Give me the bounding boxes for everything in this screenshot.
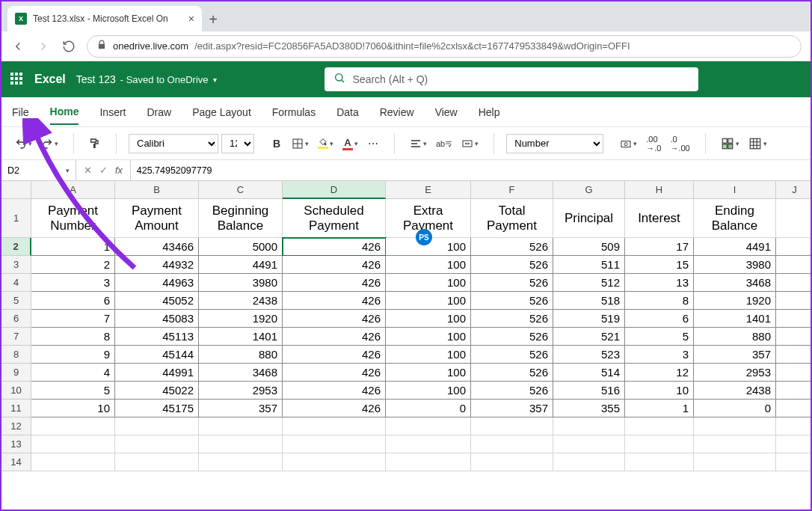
cell[interactable]: 8	[625, 292, 694, 310]
cell[interactable]: 100	[386, 274, 471, 292]
formula-input[interactable]	[131, 165, 811, 176]
cell[interactable]	[471, 453, 553, 471]
cell[interactable]: 526	[471, 292, 553, 310]
cell[interactable]: 526	[471, 382, 553, 400]
cell[interactable]	[776, 417, 811, 435]
cell[interactable]: 426	[283, 364, 386, 382]
cell[interactable]: 10	[31, 400, 115, 417]
cell[interactable]: 518	[553, 292, 625, 310]
col-header-G[interactable]: G	[553, 181, 625, 199]
cell[interactable]	[776, 453, 811, 471]
cell[interactable]	[553, 435, 625, 453]
cell[interactable]: 44932	[115, 256, 199, 274]
merge-button[interactable]: ▾	[458, 133, 482, 154]
cell[interactable]: 526	[471, 310, 553, 328]
cell[interactable]: 45022	[115, 382, 199, 400]
undo-button[interactable]: ▾	[12, 133, 35, 154]
cell[interactable]: 357	[199, 400, 283, 417]
row-header-1[interactable]: 1	[1, 199, 31, 238]
cell[interactable]: 509	[553, 238, 625, 256]
row-header-8[interactable]: 8	[1, 346, 31, 364]
cell[interactable]	[386, 435, 471, 453]
cell[interactable]: 1401	[199, 328, 283, 346]
col-header-A[interactable]: A	[31, 181, 115, 199]
row-header-4[interactable]: 4	[1, 274, 31, 292]
bold-button[interactable]: B	[268, 133, 286, 154]
cell[interactable]: 880	[694, 328, 776, 346]
row-header-14[interactable]: 14	[1, 453, 31, 471]
more-font-icon[interactable]: ⋯	[364, 133, 382, 154]
cell[interactable]: 3468	[199, 364, 283, 382]
conditional-format-button[interactable]: ▾	[718, 133, 742, 154]
cell[interactable]: 100	[386, 310, 471, 328]
cell[interactable]	[115, 417, 199, 435]
name-box[interactable]: ▾	[1, 160, 76, 180]
cell[interactable]: 5000	[199, 238, 283, 256]
app-launcher-icon[interactable]	[10, 73, 24, 86]
cell[interactable]: 0	[694, 400, 776, 417]
cell[interactable]	[776, 274, 811, 292]
cell[interactable]: 43466	[115, 238, 199, 256]
col-header-H[interactable]: H	[625, 181, 694, 199]
col-header-F[interactable]: F	[471, 181, 553, 199]
cell[interactable]	[694, 453, 776, 471]
chevron-down-icon[interactable]: ▾	[66, 167, 70, 174]
cell[interactable]: 516	[553, 382, 625, 400]
cell[interactable]: 526	[471, 346, 553, 364]
cell[interactable]	[776, 364, 811, 382]
align-left-button[interactable]: ▾	[407, 133, 430, 154]
reload-icon[interactable]	[61, 39, 76, 54]
font-size-select[interactable]: 12	[221, 134, 254, 153]
cell[interactable]: 526	[471, 274, 553, 292]
cell[interactable]: 2953	[694, 364, 776, 382]
header-cell[interactable]	[776, 199, 811, 238]
cell[interactable]	[471, 435, 553, 453]
cell[interactable]: 526	[471, 256, 553, 274]
cell[interactable]	[776, 346, 811, 364]
fill-color-button[interactable]: ▾	[315, 133, 336, 154]
cell[interactable]: 45113	[115, 328, 199, 346]
cell[interactable]: 426	[283, 310, 386, 328]
cell[interactable]: 526	[471, 238, 553, 256]
tab-insert[interactable]: Insert	[99, 100, 126, 124]
currency-button[interactable]: ▾	[617, 133, 640, 154]
accept-formula-icon[interactable]: ✓	[99, 165, 108, 176]
cell[interactable]: 3980	[199, 274, 283, 292]
cell[interactable]: 2438	[694, 382, 776, 400]
header-cell[interactable]: EndingBalance	[694, 199, 776, 238]
cell[interactable]: 45083	[115, 310, 199, 328]
col-header-J[interactable]: J	[776, 181, 811, 199]
tab-formulas[interactable]: Formulas	[272, 100, 316, 124]
cell[interactable]: 519	[553, 310, 625, 328]
select-all-corner[interactable]	[1, 181, 31, 199]
cell[interactable]	[625, 453, 694, 471]
cell[interactable]: 5	[625, 328, 694, 346]
cell[interactable]: 1920	[694, 292, 776, 310]
search-box[interactable]	[325, 67, 698, 91]
cell[interactable]	[31, 453, 115, 471]
cell[interactable]	[199, 453, 283, 471]
cell[interactable]	[776, 435, 811, 453]
cell[interactable]: 100	[386, 346, 471, 364]
cell[interactable]	[776, 256, 811, 274]
cell[interactable]	[776, 292, 811, 310]
cell[interactable]: 2953	[199, 382, 283, 400]
cell[interactable]: 526	[471, 328, 553, 346]
row-header-2[interactable]: 2	[1, 238, 31, 256]
row-header-13[interactable]: 13	[1, 435, 31, 453]
cell[interactable]: 512	[553, 274, 625, 292]
cell[interactable]	[471, 417, 553, 435]
row-header-3[interactable]: 3	[1, 256, 31, 274]
cell[interactable]: 426	[283, 238, 386, 256]
row-header-11[interactable]: 11	[1, 400, 31, 417]
decrease-decimal-button[interactable]: .00→.0	[643, 133, 664, 154]
tab-home[interactable]: Home	[50, 100, 79, 125]
cell[interactable]: 3980	[694, 256, 776, 274]
cell[interactable]: 100	[386, 382, 471, 400]
cell[interactable]: 426	[283, 400, 386, 417]
cell[interactable]: 45052	[115, 292, 199, 310]
cell[interactable]: 426	[283, 292, 386, 310]
browser-tab[interactable]: X Test 123.xlsx - Microsoft Excel On ×	[7, 6, 202, 31]
col-header-B[interactable]: B	[115, 181, 199, 199]
cell[interactable]	[553, 417, 625, 435]
